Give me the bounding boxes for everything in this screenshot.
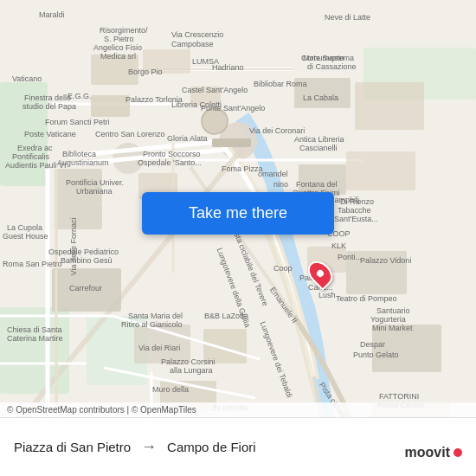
map-label-santuario: Santuario [376, 306, 410, 315]
map-label-mini-market: Mini Market [372, 324, 413, 332]
map-label-omandel: omandel [258, 170, 288, 178]
route-to: Campo de Fiori [167, 440, 256, 454]
map-label-via-fornaci: Via delle Fornaci [69, 195, 78, 299]
map-label-risorgimento: Risorgimento/ [100, 26, 148, 35]
map-label-cascianelli: Cascianelli [299, 144, 338, 152]
map-label-centro: Centro San Lorenzo [95, 130, 165, 138]
map-label-palazzo-vidoni: Palazzo Vidoni [360, 256, 411, 265]
map-label-pontificia: Pontificia Univer. [66, 178, 124, 187]
map-label-via-riari: Via dei Riari [138, 344, 180, 352]
map-label-fattorini: FATTORINI [379, 392, 419, 401]
map-label-biblioteca: Biblioteca [62, 150, 96, 158]
map-label-via-coronari: Via dei Coronari [249, 126, 305, 135]
map-label-nino: nino [273, 180, 288, 189]
map-label-la-cabala: La Cabala [303, 93, 338, 102]
moovit-text: moovit [405, 445, 450, 460]
map-label-castel: Castel Sant'Angelo [182, 86, 248, 94]
svg-rect-15 [91, 95, 130, 117]
bottom-bar: Piazza di San Pietro → Campo de Fiori mo… [0, 417, 476, 476]
map-label-coop2: Coop [273, 264, 293, 273]
map-label-di-rienzo: Di Rienzo [340, 197, 374, 206]
map-label-augustinianum: Augustinianum [57, 158, 109, 167]
map-label-vaticano: Vaticano [12, 74, 42, 83]
svg-rect-32 [212, 138, 251, 147]
map-attribution: © OpenStreetMap contributors | © OpenMap… [0, 402, 476, 417]
map-label-maraldi: Maraldi [39, 10, 65, 19]
map-label-exedra: Exedra ac [17, 144, 53, 152]
map-label-ritiro: Ritiro al Gianicolo [121, 320, 183, 329]
map-label-gloria: Gloria Alata [167, 134, 208, 143]
map-label-urbaniana: Urbaniana [76, 187, 113, 196]
map-marker [310, 260, 331, 287]
map-label-roma-san-pietro: Roma San Pietro [3, 260, 62, 268]
map-label-medica: Medica srl [100, 52, 136, 61]
route-arrow: → [141, 438, 157, 456]
svg-rect-23 [346, 151, 415, 190]
map-label-borgo-pio: Borgo Pio [128, 68, 163, 76]
take-me-there-button[interactable]: Take me there [142, 192, 334, 235]
map-label-campobase: Campobase [171, 40, 214, 48]
map-label-teatro: Teatro di Pompeo [336, 294, 397, 303]
map-label-bambino: Bambino Gesù [61, 256, 113, 265]
map-label-gelato: Punto Gelato [353, 351, 399, 359]
map-label-lush: Lush [318, 291, 336, 299]
map-label-studio: studio del Papa [23, 102, 76, 111]
map-label-s-pietro: S. Pietro [104, 35, 134, 43]
map-label-monumento: Monumento [303, 54, 344, 62]
app-container: Maraldi Risorgimento/ S. Pietro Via Cres… [0, 0, 476, 476]
map-label-ospedale-santo: Ospedale 'Santo... [138, 158, 202, 167]
map-label-tabacche: Tabacche [338, 206, 371, 215]
map-label-angelico: Angelico Fisio [93, 43, 142, 52]
map-label-ponti: Ponti... [338, 253, 362, 261]
map-label-pontificalis: Pontificalis [12, 152, 49, 161]
svg-rect-1 [0, 307, 69, 394]
moovit-dot [453, 448, 462, 457]
route-from: Piazza di San Pietro [14, 440, 131, 454]
svg-rect-18 [355, 82, 424, 130]
map-label-egg: E.G.G. [68, 92, 92, 100]
map-label-finestra: Finestra dello [24, 93, 71, 102]
map-label-santa-maria: Santa Maria del [128, 312, 183, 320]
map-label-antica: Antica Libreria [294, 135, 344, 144]
map-label-ospedale-pediatrico: Ospedale Pediatrico [48, 248, 119, 256]
map-label-fontana: Fontana del [296, 180, 338, 189]
map-label-via-crescenzio: Via Crescenzio [171, 30, 223, 39]
attribution-text: © OpenStreetMap contributors | © OpenMap… [7, 405, 196, 415]
map-label-yogurteria: Yogurteria [370, 315, 406, 324]
map-label-caterina: Caterina Martire [7, 334, 63, 343]
map-label-poste: Poste Vaticane [24, 130, 76, 138]
map-label-klk: KLK [331, 241, 346, 250]
map-label-pronto: Pronto Soccorso [143, 150, 201, 158]
map-label-cassazione: di Cassazione [307, 62, 357, 71]
map-label-sant-eusta: Sant'Eusta... [334, 215, 378, 223]
map-label-bibliobar: Bibliobar Roma [254, 80, 307, 88]
map-label-neve-latte: Neve di Latte [325, 13, 370, 22]
moovit-branding: moovit [405, 445, 462, 460]
map-label-guest-house: Guest House [3, 232, 48, 241]
map-label-palazzo-corsini: Palazzo Corsini [161, 357, 215, 366]
map-label-la-cupola: La Cupola [7, 223, 42, 232]
map-label-forum: Forum Sancti Petri [45, 118, 110, 126]
svg-rect-20 [55, 203, 102, 229]
map-label-ponte-angelo: Ponte Sant'Angelo [201, 104, 265, 113]
map-label-hadriano: Hadriano [212, 63, 244, 72]
map-label-alla-lungara: alla Lungara [170, 366, 213, 375]
map-label-muro: Muro della [152, 385, 189, 394]
map-label-chiesa: Chiesa di Santa [7, 325, 62, 334]
map-label-despar: Despar [360, 340, 385, 349]
map-label-foma: Foma Pizza [222, 164, 263, 173]
